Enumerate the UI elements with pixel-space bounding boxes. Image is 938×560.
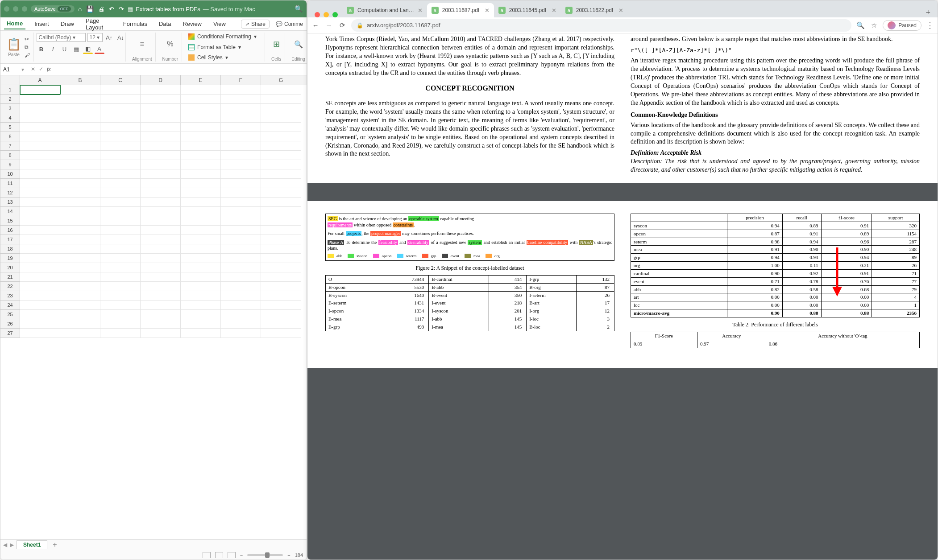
cell[interactable] [60,95,100,104]
cell[interactable] [20,244,60,254]
close-tab-icon[interactable]: ✕ [618,7,623,14]
cell[interactable] [100,291,141,301]
cell[interactable] [20,301,60,310]
cell[interactable] [100,160,141,169]
profile-button[interactable]: Paused [883,20,921,31]
cell[interactable] [221,151,261,160]
cell[interactable] [181,188,221,198]
cell[interactable] [20,319,60,329]
cell[interactable] [261,123,301,132]
cell[interactable] [20,310,60,319]
zoom-icon[interactable] [22,6,27,12]
cell[interactable] [141,104,181,113]
cell[interactable] [20,113,60,123]
row-header[interactable]: 3 [0,104,20,113]
name-box[interactable]: A1▾ [0,66,27,73]
cell[interactable] [181,216,221,226]
row-header[interactable]: 14 [0,207,20,216]
cell[interactable] [20,216,60,226]
cell[interactable] [261,319,301,329]
conditional-formatting-button[interactable]: Conditional Formatting ▾ [188,33,257,41]
accept-formula-icon[interactable]: ✓ [39,66,43,73]
cell[interactable] [261,95,301,104]
zoom-indicator-icon[interactable]: 🔍 [856,21,865,29]
cell[interactable] [181,282,221,291]
cell[interactable] [221,235,261,244]
ribbon-tab-insert[interactable]: Insert [32,19,52,29]
cell[interactable] [141,301,181,310]
ribbon-tab-data[interactable]: Data [156,19,174,29]
cell[interactable] [221,216,261,226]
cell[interactable] [181,85,221,95]
reload-button[interactable]: ⟳ [338,21,347,29]
decrease-font-icon[interactable]: A↓ [116,33,126,42]
increase-font-icon[interactable]: A↑ [104,33,114,42]
cell[interactable] [20,291,60,301]
cell[interactable] [141,310,181,319]
cell[interactable] [60,216,100,226]
row-header[interactable]: 12 [0,188,20,198]
cell[interactable] [181,272,221,282]
cell[interactable] [100,132,141,141]
cell[interactable] [20,169,60,179]
cell[interactable] [100,104,141,113]
row-header[interactable]: 8 [0,151,20,160]
ribbon-tab-formulas[interactable]: Formulas [120,19,150,29]
cell[interactable] [60,301,100,310]
cell[interactable] [60,235,100,244]
cell[interactable] [60,291,100,301]
cell[interactable] [60,254,100,263]
cell[interactable] [20,85,60,95]
cell[interactable] [20,160,60,169]
row-header[interactable]: 18 [0,244,20,254]
cell[interactable] [261,198,301,207]
cell[interactable] [221,113,261,123]
cell[interactable] [100,254,141,263]
cell[interactable] [181,198,221,207]
browser-tab[interactable]: a2003.11687.pdf✕ [427,3,494,17]
row-header[interactable]: 21 [0,272,20,282]
cell[interactable] [181,132,221,141]
row-header[interactable]: 13 [0,198,20,207]
cell[interactable] [181,113,221,123]
cell-styles-button[interactable]: Cell Styles ▾ [188,54,228,62]
cell[interactable] [261,226,301,235]
cell[interactable] [100,282,141,291]
bookmark-icon[interactable]: ☆ [869,21,878,29]
cell[interactable] [60,329,100,338]
share-button[interactable]: ↗ Share [241,20,270,29]
cell[interactable] [20,198,60,207]
search-icon[interactable]: 🔍 [295,5,303,13]
cell[interactable] [221,123,261,132]
save-icon[interactable]: 💾 [86,5,94,12]
cell[interactable] [100,263,141,272]
redo-icon[interactable]: ↷ [119,5,124,12]
cell[interactable] [100,329,141,338]
borders-button[interactable]: ▦ [71,44,81,54]
cell[interactable] [261,85,301,95]
cell[interactable] [221,207,261,216]
cell[interactable] [221,263,261,272]
row-header[interactable]: 16 [0,226,20,235]
italic-button[interactable]: I [48,44,58,54]
cell[interactable] [221,95,261,104]
chrome-menu-icon[interactable]: ⋮ [926,21,934,30]
bold-button[interactable]: B [37,44,46,54]
row-header[interactable]: 19 [0,254,20,263]
cell[interactable] [141,254,181,263]
minimize-icon[interactable] [13,6,18,12]
cut-icon[interactable]: ✂ [25,36,30,42]
cell[interactable] [100,179,141,188]
cell[interactable] [60,319,100,329]
cell[interactable] [141,282,181,291]
column-header[interactable]: G [261,75,301,85]
window-controls[interactable] [310,12,342,17]
row-header[interactable]: 25 [0,310,20,319]
cell[interactable] [60,151,100,160]
cell[interactable] [100,310,141,319]
cell[interactable] [261,151,301,160]
cell[interactable] [141,188,181,198]
cell[interactable] [141,244,181,254]
close-icon[interactable] [315,12,320,17]
cell[interactable] [181,291,221,301]
